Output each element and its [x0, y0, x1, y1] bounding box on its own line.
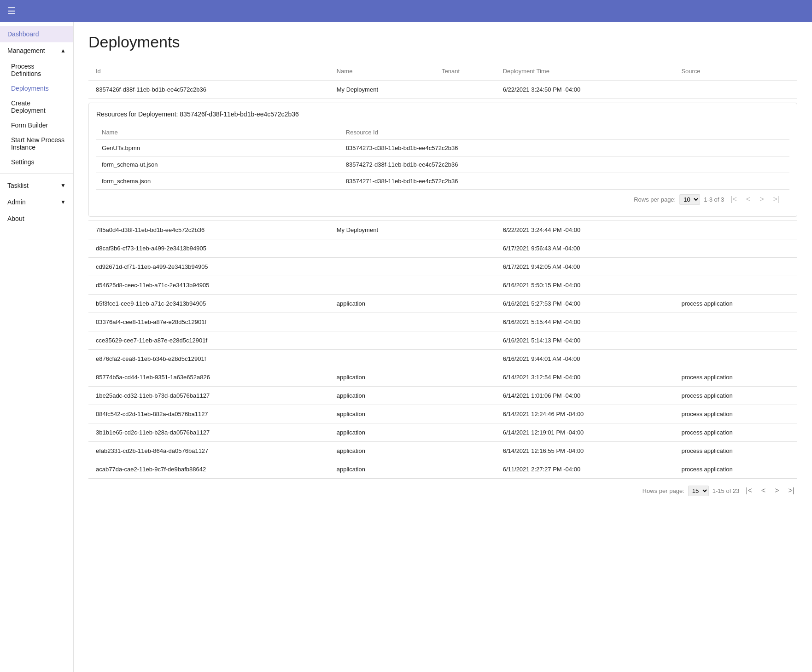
- inner-col-resource-id: Resource Id: [340, 125, 789, 140]
- inner-next-page-button[interactable]: >: [757, 193, 766, 205]
- deployments-table: Id Name Tenant Deployment Time Source 83…: [88, 62, 797, 479]
- outer-rows-per-page-label: Rows per page:: [643, 487, 684, 494]
- table-row[interactable]: d8caf3b6-cf73-11eb-a499-2e3413b94905 6/1…: [88, 239, 797, 258]
- inner-last-page-button[interactable]: >|: [771, 193, 783, 205]
- inner-pagination: Rows per page: 10 5 25 1-3 of 3 |< < > >…: [96, 190, 789, 209]
- menu-icon[interactable]: ☰: [7, 6, 16, 17]
- cell-source: [674, 276, 797, 295]
- sidebar-item-tasklist[interactable]: Tasklist ▼: [0, 177, 73, 194]
- cell-id: b5f3fce1-cee9-11eb-a71c-2e3413b94905: [88, 295, 329, 313]
- outer-pagination-range: 1-15 of 23: [713, 487, 740, 494]
- outer-next-page-button[interactable]: >: [772, 485, 782, 497]
- cell-name: [329, 239, 434, 258]
- table-row[interactable]: cce35629-cee7-11eb-a87e-e28d5c12901f 6/1…: [88, 331, 797, 350]
- inner-first-page-button[interactable]: |<: [728, 193, 740, 205]
- cell-id: efab2331-cd2b-11eb-864a-da0576ba1127: [88, 442, 329, 460]
- cell-source: [674, 258, 797, 276]
- inner-cell-name: form_schema-ut.json: [96, 156, 340, 173]
- sidebar-item-create-deployment[interactable]: Create Deployment: [0, 96, 73, 118]
- cell-deployment-time: 6/17/2021 9:56:43 AM -04:00: [496, 239, 674, 258]
- cell-name: application: [329, 387, 434, 405]
- main-content: Deployments Id Name Tenant Deployment Ti…: [74, 22, 812, 672]
- cell-deployment-time: 6/16/2021 9:44:01 AM -04:00: [496, 350, 674, 368]
- table-row[interactable]: d54625d8-ceec-11eb-a71c-2e3413b94905 6/1…: [88, 276, 797, 295]
- table-row[interactable]: e876cfa2-cea8-11eb-b34b-e28d5c12901f 6/1…: [88, 350, 797, 368]
- inner-cell-resource-id: 83574271-d38f-11eb-bd1b-ee4c572c2b36: [340, 173, 789, 190]
- inner-cell-name: form_schema.json: [96, 173, 340, 190]
- page-title: Deployments: [88, 33, 797, 51]
- inner-cell-resource-id: 83574272-d38f-11eb-bd1b-ee4c572c2b36: [340, 156, 789, 173]
- cell-name: [329, 350, 434, 368]
- sidebar-item-process-definitions[interactable]: Process Definitions: [0, 59, 73, 81]
- cell-deployment-time: 6/16/2021 5:14:13 PM -04:00: [496, 331, 674, 350]
- outer-pagination: Rows per page: 15 10 25 50 1-15 of 23 |<…: [88, 479, 797, 502]
- cell-source: process application: [674, 295, 797, 313]
- cell-name: application: [329, 423, 434, 442]
- cell-source: process application: [674, 387, 797, 405]
- sidebar-item-admin[interactable]: Admin ▼: [0, 194, 73, 210]
- sidebar-item-form-builder[interactable]: Form Builder: [0, 118, 73, 133]
- cell-tenant: [434, 442, 496, 460]
- deployments-table-container: Id Name Tenant Deployment Time Source 83…: [88, 62, 797, 502]
- cell-id: 1be25adc-cd32-11eb-b73d-da0576ba1127: [88, 387, 329, 405]
- outer-last-page-button[interactable]: >|: [786, 485, 798, 497]
- sidebar-item-management[interactable]: Management ▲: [0, 42, 73, 59]
- outer-rows-per-page-select[interactable]: 15 10 25 50: [688, 486, 709, 496]
- expanded-panel-title: Resources for Deployement: 8357426f-d38f…: [96, 110, 789, 118]
- expanded-panel: Resources for Deployement: 8357426f-d38f…: [88, 103, 797, 217]
- sidebar-item-settings[interactable]: Settings: [0, 155, 73, 169]
- cell-tenant: [434, 258, 496, 276]
- cell-id: d8caf3b6-cf73-11eb-a499-2e3413b94905: [88, 239, 329, 258]
- cell-tenant: [434, 276, 496, 295]
- table-row[interactable]: efab2331-cd2b-11eb-864a-da0576ba1127 app…: [88, 442, 797, 460]
- sidebar: Dashboard Management ▲ Process Definitio…: [0, 22, 74, 672]
- inner-prev-page-button[interactable]: <: [743, 193, 753, 205]
- col-name: Name: [329, 62, 434, 81]
- inner-cell-resource-id: 83574273-d38f-11eb-bd1b-ee4c572c2b36: [340, 140, 789, 156]
- expanded-cell: Resources for Deployement: 8357426f-d38f…: [88, 99, 797, 221]
- cell-source: process application: [674, 368, 797, 387]
- chevron-down-icon: ▼: [60, 182, 66, 189]
- inner-table-row: form_schema.json 83574271-d38f-11eb-bd1b…: [96, 173, 789, 190]
- cell-deployment-time: 6/22/2021 3:24:44 PM -04:00: [496, 221, 674, 239]
- cell-source: process application: [674, 460, 797, 479]
- cell-id: 7ff5a0d4-d38f-11eb-bd1b-ee4c572c2b36: [88, 221, 329, 239]
- cell-id: 084fc542-cd2d-11eb-882a-da0576ba1127: [88, 405, 329, 423]
- cell-tenant: [434, 81, 496, 99]
- sidebar-item-start-new-process[interactable]: Start New Process Instance: [0, 133, 73, 155]
- cell-source: process application: [674, 423, 797, 442]
- table-row[interactable]: 7ff5a0d4-d38f-11eb-bd1b-ee4c572c2b36 My …: [88, 221, 797, 239]
- cell-tenant: [434, 460, 496, 479]
- cell-name: My Deployment: [329, 81, 434, 99]
- cell-name: application: [329, 442, 434, 460]
- cell-name: [329, 258, 434, 276]
- cell-deployment-time: 6/16/2021 5:50:15 PM -04:00: [496, 276, 674, 295]
- table-row[interactable]: 084fc542-cd2d-11eb-882a-da0576ba1127 app…: [88, 405, 797, 423]
- outer-first-page-button[interactable]: |<: [743, 485, 755, 497]
- table-body: 8357426f-d38f-11eb-bd1b-ee4c572c2b36 My …: [88, 81, 797, 479]
- inner-table-row: form_schema-ut.json 83574272-d38f-11eb-b…: [96, 156, 789, 173]
- table-row[interactable]: acab77da-cae2-11eb-9c7f-de9bafb88642 app…: [88, 460, 797, 479]
- cell-deployment-time: 6/22/2021 3:24:50 PM -04:00: [496, 81, 674, 99]
- cell-tenant: [434, 387, 496, 405]
- table-row[interactable]: b5f3fce1-cee9-11eb-a71c-2e3413b94905 app…: [88, 295, 797, 313]
- cell-deployment-time: 6/11/2021 2:27:27 PM -04:00: [496, 460, 674, 479]
- table-row[interactable]: 1be25adc-cd32-11eb-b73d-da0576ba1127 app…: [88, 387, 797, 405]
- table-row[interactable]: cd92671d-cf71-11eb-a499-2e3413b94905 6/1…: [88, 258, 797, 276]
- table-row[interactable]: 3b1b1e65-cd2c-11eb-b28a-da0576ba1127 app…: [88, 423, 797, 442]
- cell-source: [674, 331, 797, 350]
- table-row[interactable]: 8357426f-d38f-11eb-bd1b-ee4c572c2b36 My …: [88, 81, 797, 99]
- table-row[interactable]: 85774b5a-cd44-11eb-9351-1a63e652a826 app…: [88, 368, 797, 387]
- cell-deployment-time: 6/14/2021 12:19:01 PM -04:00: [496, 423, 674, 442]
- cell-tenant: [434, 331, 496, 350]
- table-row[interactable]: 03376af4-cee8-11eb-a87e-e28d5c12901f 6/1…: [88, 313, 797, 331]
- sidebar-item-deployments[interactable]: Deployments: [0, 81, 73, 96]
- cell-id: cce35629-cee7-11eb-a87e-e28d5c12901f: [88, 331, 329, 350]
- cell-id: d54625d8-ceec-11eb-a71c-2e3413b94905: [88, 276, 329, 295]
- outer-prev-page-button[interactable]: <: [759, 485, 768, 497]
- chevron-down-icon-admin: ▼: [60, 199, 66, 205]
- inner-rows-per-page-select[interactable]: 10 5 25: [679, 194, 700, 205]
- inner-col-name: Name: [96, 125, 340, 140]
- sidebar-item-about[interactable]: About: [0, 210, 73, 227]
- sidebar-item-dashboard[interactable]: Dashboard: [0, 26, 73, 42]
